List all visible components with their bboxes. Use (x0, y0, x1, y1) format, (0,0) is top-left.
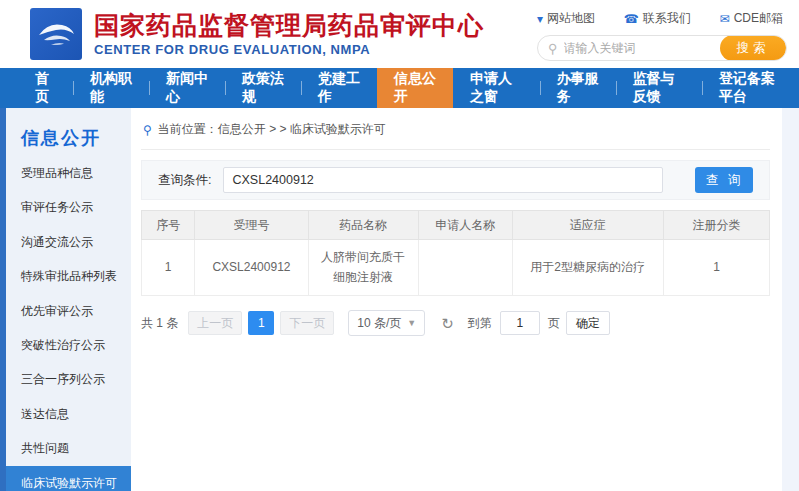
location-pin-icon: ⚲ (143, 123, 152, 137)
sidebar-item[interactable]: 共性问题 (6, 431, 131, 465)
main-nav: 首页 机构职能 新闻中心 政策法规 党建工作 信息公开 申请人之窗 办事服务 监… (0, 68, 799, 108)
nav-item-label: 办事服务 (557, 70, 599, 106)
sidebar-item-label: 沟通交流公示 (21, 235, 93, 249)
quick-link[interactable]: ☎ 联系我们 (624, 10, 691, 27)
query-input[interactable] (223, 167, 663, 193)
site-header: 国家药品监督管理局药品审评中心 CENTER FOR DRUG EVALUATI… (0, 0, 799, 68)
sidebar-item-label: 送达信息 (21, 407, 69, 421)
sidebar-item-label: 共性问题 (21, 441, 69, 455)
query-button[interactable]: 查 询 (695, 167, 753, 193)
table-cell: CXSL2400912 (195, 240, 308, 296)
sidebar-item[interactable]: 沟通交流公示 (6, 225, 131, 259)
table-header-cell: 受理号 (195, 211, 308, 240)
pagination-total: 共 1 条 (141, 315, 178, 332)
nav-item[interactable]: 申请人之窗 (453, 68, 540, 108)
nav-item[interactable]: 信息公开 (377, 68, 453, 108)
main-content: ⚲ 当前位置：信息公开 > > 临床试验默示许可 查询条件: 查 询 序号受理号… (131, 108, 782, 491)
quick-link[interactable]: ▾ 网站地图 (537, 10, 595, 27)
sidebar-item[interactable]: 审评任务公示 (6, 190, 131, 224)
nav-item-label: 新闻中心 (166, 70, 208, 106)
quick-links: ▾ 网站地图 ☎ 联系我们 ✉ CDE邮箱 (537, 8, 787, 27)
sidebar: 信息公开 受理品种信息 审评任务公示 沟通交流公示 特殊审批品种列表 (0, 108, 131, 491)
quick-link-label: 联系我们 (643, 10, 691, 27)
page-size-value: 10 条/页 (357, 315, 401, 332)
goto-confirm-button[interactable]: 确定 (566, 311, 610, 335)
sidebar-item-label: 特殊审批品种列表 (21, 269, 117, 283)
table-cell: 1 (142, 240, 195, 296)
query-label: 查询条件: (158, 172, 211, 189)
quick-link-label: CDE邮箱 (734, 10, 783, 27)
page-size-select[interactable]: 10 条/页 ▼ (348, 310, 425, 336)
nav-item-label: 首页 (35, 70, 56, 106)
quick-link-icon: ▾ (537, 12, 543, 26)
search-icon: ⚲ (548, 41, 558, 56)
nav-item[interactable]: 首页 (18, 68, 73, 108)
breadcrumb: ⚲ 当前位置：信息公开 > > 临床试验默示许可 (141, 108, 770, 150)
nav-item-label: 党建工作 (318, 70, 360, 106)
nav-item-label: 政策法规 (242, 70, 284, 106)
nav-item-label: 监督与反馈 (633, 70, 686, 106)
nav-item[interactable]: 新闻中心 (149, 68, 225, 108)
nav-item[interactable]: 办事服务 (540, 68, 616, 108)
sidebar-menu: 受理品种信息 审评任务公示 沟通交流公示 特殊审批品种列表 优先审评公示 (6, 156, 131, 491)
table-cell (418, 240, 512, 296)
sidebar-title: 信息公开 (6, 126, 131, 156)
nav-item-label: 信息公开 (394, 70, 436, 106)
sidebar-item-label: 受理品种信息 (21, 166, 93, 180)
sidebar-item-label: 三合一序列公示 (21, 372, 105, 386)
result-table: 序号受理号药品名称申请人名称适应症注册分类 1CXSL2400912人脐带间充质… (141, 210, 770, 296)
site-subtitle: CENTER FOR DRUG EVALUATION, NMPA (94, 42, 484, 57)
nav-item[interactable]: 党建工作 (301, 68, 377, 108)
table-header-row: 序号受理号药品名称申请人名称适应症注册分类 (142, 211, 770, 240)
sidebar-item[interactable]: 受理品种信息 (6, 156, 131, 190)
quick-link-icon: ✉ (720, 12, 730, 26)
site-title: 国家药品监督管理局药品审评中心 (94, 11, 484, 40)
goto-page-input[interactable] (500, 311, 540, 335)
nav-item-label: 申请人之窗 (470, 70, 523, 106)
table-header-cell: 注册分类 (663, 211, 770, 240)
quick-link-label: 网站地图 (547, 10, 595, 27)
pagination: 共 1 条 上一页 1 下一页 10 条/页 ▼ ↻ 到第 页 确定 (141, 310, 770, 336)
site-search-button[interactable]: 搜索 (720, 35, 786, 61)
goto-label: 到第 (468, 315, 492, 332)
site-search: ⚲ 搜索 (537, 35, 787, 61)
site-search-input[interactable] (564, 41, 720, 55)
breadcrumb-text: 当前位置：信息公开 > > 临床试验默示许可 (158, 121, 386, 138)
sidebar-item-label: 优先审评公示 (21, 304, 93, 318)
header-right: ▾ 网站地图 ☎ 联系我们 ✉ CDE邮箱 ⚲ 搜索 (537, 8, 787, 61)
sidebar-item[interactable]: 突破性治疗公示 (6, 328, 131, 362)
sidebar-item-label: 突破性治疗公示 (21, 338, 105, 352)
table-header-cell: 药品名称 (308, 211, 418, 240)
nav-item[interactable]: 登记备案平台 (702, 68, 799, 108)
sidebar-item[interactable]: 三合一序列公示 (6, 362, 131, 396)
nav-item[interactable]: 政策法规 (225, 68, 301, 108)
page-number-button[interactable]: 1 (248, 311, 274, 335)
prev-page-button[interactable]: 上一页 (188, 311, 242, 335)
table-row: 1CXSL2400912人脐带间充质干细胞注射液用于2型糖尿病的治疗1 (142, 240, 770, 296)
chevron-down-icon: ▼ (407, 318, 416, 328)
sidebar-item-label: 临床试验默示许可 (21, 476, 117, 490)
sidebar-item[interactable]: 优先审评公示 (6, 294, 131, 328)
nav-item[interactable]: 机构职能 (73, 68, 149, 108)
nav-item-label: 登记备案平台 (719, 70, 782, 106)
sidebar-item[interactable]: 送达信息 (6, 397, 131, 431)
nav-item[interactable]: 监督与反馈 (616, 68, 703, 108)
nav-item-label: 机构职能 (90, 70, 132, 106)
cde-logo (30, 8, 82, 60)
table-cell: 人脐带间充质干细胞注射液 (308, 240, 418, 296)
table-header-cell: 申请人名称 (418, 211, 512, 240)
swan-logo-icon (34, 12, 78, 56)
next-page-button[interactable]: 下一页 (280, 311, 334, 335)
quick-link-icon: ☎ (624, 12, 639, 26)
goto-unit-label: 页 (548, 315, 560, 332)
table-cell: 1 (663, 240, 770, 296)
quick-link[interactable]: ✉ CDE邮箱 (720, 10, 783, 27)
sidebar-item-label: 审评任务公示 (21, 200, 93, 214)
refresh-icon[interactable]: ↻ (441, 316, 454, 331)
table-header-cell: 序号 (142, 211, 195, 240)
table-cell: 用于2型糖尿病的治疗 (512, 240, 663, 296)
table-header-cell: 适应症 (512, 211, 663, 240)
sidebar-item[interactable]: 临床试验默示许可 (6, 466, 131, 491)
page-body: 信息公开 受理品种信息 审评任务公示 沟通交流公示 特殊审批品种列表 (0, 108, 799, 491)
sidebar-item[interactable]: 特殊审批品种列表 (6, 259, 131, 293)
